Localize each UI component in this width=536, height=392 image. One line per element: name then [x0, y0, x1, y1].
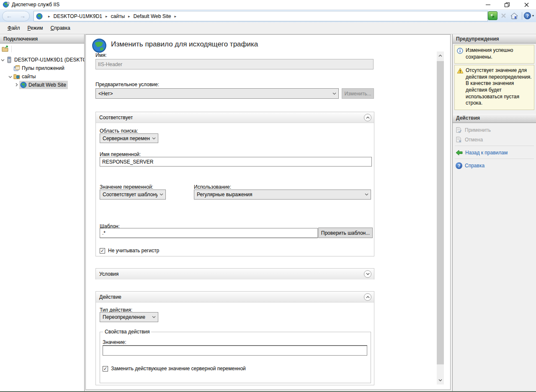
- precondition-label: Предварительное условие:: [95, 82, 159, 87]
- pattern-input[interactable]: [100, 228, 318, 238]
- cancel-icon: [456, 136, 462, 143]
- action-section: Действие Тип действия: Переопределение: [95, 291, 374, 385]
- variable-value-select[interactable]: Соответствует шаблону: [100, 190, 166, 200]
- ignore-case-checkbox[interactable]: ✓: [100, 248, 105, 254]
- tree-node-app-pools[interactable]: Пулы приложений: [0, 64, 84, 72]
- alert-warning-text: Отсутствует значение для действия переоп…: [466, 67, 532, 107]
- title-bar: Диспетчер служб IIS: [0, 0, 536, 9]
- breadcrumb-arrow-icon[interactable]: ▸: [128, 14, 130, 18]
- breadcrumb-arrow-icon[interactable]: ▸: [174, 14, 176, 18]
- precondition-select[interactable]: <Нет>: [95, 88, 339, 99]
- back-icon[interactable]: ←: [6, 13, 12, 19]
- tree-node-server[interactable]: DESKTOP-U1MK9D1 (DESKTO: [0, 56, 84, 64]
- globe-icon: [36, 13, 43, 20]
- tree-label: DESKTOP-U1MK9D1 (DESKTO: [14, 57, 84, 63]
- restart-icon[interactable]: [488, 11, 497, 20]
- apply-label: Применить: [465, 127, 491, 133]
- help-action[interactable]: ? Справка: [453, 161, 536, 170]
- variable-name-label: Имя переменной:: [100, 151, 141, 157]
- scrollbar-thumb[interactable]: [437, 61, 444, 364]
- menu-view[interactable]: Режим: [24, 23, 47, 33]
- help-icon[interactable]: ?: [524, 12, 531, 19]
- edit-rule-page: Изменить правило для исходящего трафика …: [85, 34, 451, 390]
- connections-panel: Подключения: [0, 34, 85, 392]
- expand-icon[interactable]: [364, 270, 371, 278]
- toolbar-separator: [522, 12, 522, 20]
- value-input[interactable]: [103, 345, 367, 356]
- chevron-right-icon[interactable]: [14, 82, 19, 88]
- alerts-header: Предупреждения: [453, 34, 536, 44]
- menu-help[interactable]: Справка: [47, 23, 74, 33]
- actions-header: Действия: [453, 114, 536, 123]
- scope-select[interactable]: Серверная переменн: [100, 133, 158, 143]
- ignore-case-row[interactable]: ✓ Не учитывать регистр: [100, 248, 159, 254]
- collapse-icon[interactable]: [364, 114, 371, 121]
- alert-info: Изменения успешно сохранены.: [454, 45, 534, 64]
- vertical-scrollbar[interactable]: [437, 51, 444, 384]
- app-icon: [3, 1, 10, 8]
- alert-info-text: Изменения успешно сохранены.: [466, 47, 532, 60]
- connections-toolbar: [0, 44, 84, 54]
- close-icon: [524, 3, 529, 7]
- ignore-case-label: Не учитывать регистр: [108, 248, 159, 254]
- test-pattern-button[interactable]: Проверить шаблон...: [318, 228, 373, 238]
- selected-tree-item[interactable]: Default Web Site: [19, 81, 68, 89]
- warning-icon: [457, 67, 466, 107]
- minimize-button[interactable]: [478, 0, 497, 9]
- page-title: Изменить правило для исходящего трафика: [111, 40, 258, 49]
- using-label: Использование:: [194, 184, 231, 190]
- action-type-select[interactable]: Переопределение: [100, 312, 158, 322]
- connections-header: Подключения: [0, 34, 84, 44]
- alert-warning: Отсутствует значение для действия переоп…: [454, 65, 534, 110]
- name-label: Имя:: [95, 52, 107, 58]
- replace-value-row[interactable]: ✓ Заменить действующее значение серверно…: [103, 366, 246, 372]
- chevron-down-icon: [150, 316, 158, 318]
- breadcrumb-item-server[interactable]: DESKTOP-U1MK9D1: [54, 13, 102, 19]
- menu-file[interactable]: Файл: [4, 23, 24, 33]
- breadcrumb[interactable]: ▸ DESKTOP-U1MK9D1 ▸ сайты ▸ Default Web …: [34, 11, 488, 21]
- variable-value-label: Значение переменной:: [100, 184, 153, 190]
- collapse-icon[interactable]: [364, 293, 371, 301]
- window-title: Диспетчер служб IIS: [12, 2, 59, 8]
- breadcrumb-arrow-icon[interactable]: ▸: [106, 14, 108, 18]
- restore-button[interactable]: [497, 0, 517, 9]
- help-dropdown-icon[interactable]: ▾: [532, 14, 534, 18]
- home-icon[interactable]: [510, 11, 519, 20]
- sites-folder-icon: [13, 73, 20, 80]
- chevron-down-icon[interactable]: [8, 74, 13, 79]
- app-pools-icon: [13, 65, 20, 72]
- address-bar: ← → ▸ DESKTOP-U1MK9D1 ▸ сайты ▸ Default …: [0, 9, 536, 22]
- nav-buttons: ← →: [2, 11, 30, 21]
- cancel-action: Отмена: [453, 136, 536, 144]
- action-properties-group: Свойства действия Значение: ✓ Заменить д…: [100, 332, 371, 383]
- conditions-section-title: Условия: [99, 271, 364, 277]
- variable-name-input[interactable]: [100, 157, 372, 167]
- using-select[interactable]: Регулярные выражения: [194, 190, 371, 200]
- back-to-rules-label: Назад к правилам: [465, 150, 508, 156]
- scroll-up-icon[interactable]: [437, 51, 444, 60]
- forward-icon[interactable]: →: [20, 13, 26, 19]
- help-icon: ?: [456, 162, 462, 169]
- stop-icon: [499, 11, 508, 20]
- toolbar-separator: [11, 46, 12, 52]
- scroll-down-icon[interactable]: [437, 376, 444, 384]
- breadcrumb-item-sites[interactable]: сайты: [111, 13, 125, 19]
- back-arrow-icon: [456, 150, 463, 156]
- tree-label: Пулы приложений: [22, 65, 66, 71]
- replace-value-checkbox[interactable]: ✓: [103, 366, 108, 372]
- tree-node-sites[interactable]: сайты: [0, 72, 84, 81]
- match-section: Соответствует Область поиска: Серверная …: [95, 112, 374, 256]
- tree-label: Default Web Site: [28, 82, 68, 88]
- save-connections-icon[interactable]: [2, 46, 9, 52]
- site-globe-icon: [20, 82, 27, 88]
- breadcrumb-item-site[interactable]: Default Web Site: [134, 13, 171, 19]
- apply-icon: [456, 127, 462, 133]
- page-globe-icon: [92, 38, 107, 53]
- back-to-rules-action[interactable]: Назад к правилам: [453, 149, 536, 157]
- chevron-down-icon[interactable]: [0, 57, 5, 63]
- breadcrumb-arrow-icon: ▸: [48, 14, 50, 18]
- cancel-label: Отмена: [465, 137, 483, 143]
- tree-node-default-web-site[interactable]: Default Web Site: [0, 81, 84, 89]
- close-button[interactable]: [517, 0, 536, 9]
- task-panel: Предупреждения Изменения успешно сохране…: [452, 34, 536, 392]
